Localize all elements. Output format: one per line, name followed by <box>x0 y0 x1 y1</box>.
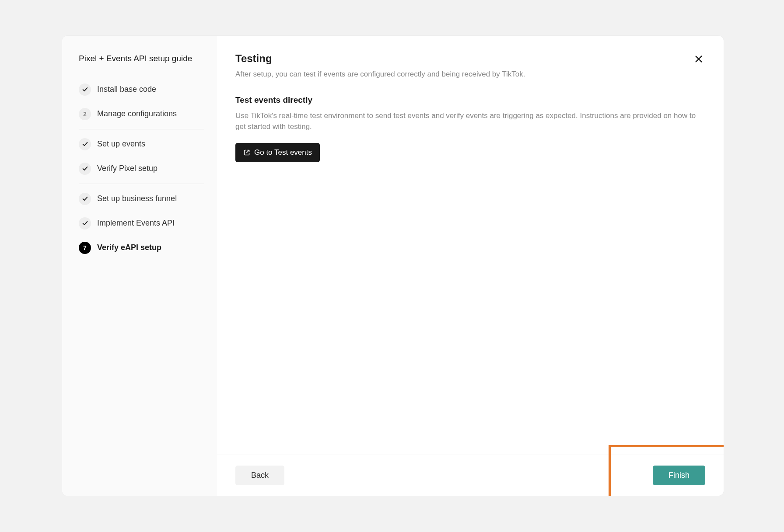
step-label: Manage configurations <box>97 109 177 118</box>
check-icon <box>79 138 91 150</box>
step-label: Set up events <box>97 139 145 149</box>
step-label: Verify eAPI setup <box>97 243 161 252</box>
sidebar-step-manage-configurations[interactable]: 2 Manage configurations <box>79 102 204 126</box>
sidebar-title: Pixel + Events API setup guide <box>79 52 204 65</box>
back-button[interactable]: Back <box>235 466 284 485</box>
step-label: Implement Events API <box>97 219 175 228</box>
button-label: Go to Test events <box>254 148 312 157</box>
check-icon <box>79 83 91 96</box>
main-panel: Testing After setup, you can test if eve… <box>217 36 724 496</box>
close-button[interactable] <box>692 52 705 67</box>
sidebar-step-verify-eapi-setup[interactable]: 7 Verify eAPI setup <box>79 236 204 260</box>
check-icon <box>79 217 91 229</box>
header-text: Testing After setup, you can test if eve… <box>235 52 525 95</box>
page-subtitle: After setup, you can test if events are … <box>235 69 525 80</box>
finish-button[interactable]: Finish <box>653 466 705 485</box>
step-label: Set up business funnel <box>97 194 177 203</box>
sidebar: Pixel + Events API setup guide Install b… <box>62 36 217 496</box>
go-to-test-events-button[interactable]: Go to Test events <box>235 143 320 162</box>
close-icon <box>694 54 704 64</box>
sidebar-step-set-up-events[interactable]: Set up events <box>79 132 204 156</box>
setup-modal: Pixel + Events API setup guide Install b… <box>62 36 724 496</box>
main-content: Testing After setup, you can test if eve… <box>217 36 724 455</box>
divider <box>79 184 204 184</box>
step-label: Verify Pixel setup <box>97 164 158 173</box>
step-number-icon: 2 <box>79 108 91 120</box>
section-description: Use TikTok's real-time test environment … <box>235 110 705 132</box>
external-link-icon <box>243 149 250 156</box>
sidebar-step-set-up-business-funnel[interactable]: Set up business funnel <box>79 187 204 211</box>
step-list: Install base code 2 Manage configuration… <box>79 77 204 260</box>
divider <box>79 129 204 129</box>
sidebar-step-verify-pixel-setup[interactable]: Verify Pixel setup <box>79 156 204 181</box>
section-title: Test events directly <box>235 95 705 105</box>
check-icon <box>79 163 91 175</box>
sidebar-step-install-base-code[interactable]: Install base code <box>79 77 204 102</box>
sidebar-step-implement-events-api[interactable]: Implement Events API <box>79 211 204 236</box>
step-label: Install base code <box>97 85 156 94</box>
step-number-icon: 7 <box>79 242 91 254</box>
header-row: Testing After setup, you can test if eve… <box>235 52 705 95</box>
check-icon <box>79 193 91 205</box>
footer: Back Finish <box>217 455 724 496</box>
page-title: Testing <box>235 52 525 65</box>
